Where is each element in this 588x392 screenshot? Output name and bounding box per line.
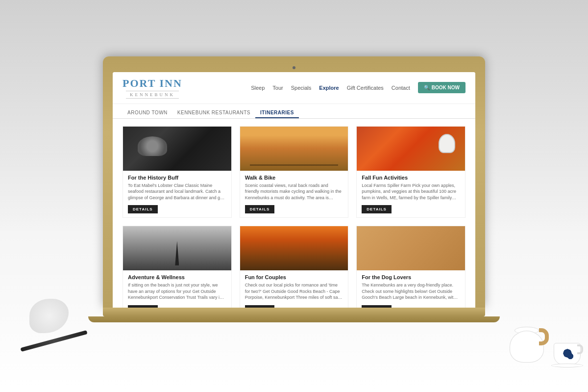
card-bike: Walk & Bike Scenic coastal views, rural … (240, 126, 349, 218)
details-btn-dog[interactable]: DETAILS (362, 305, 392, 307)
details-btn-adventure[interactable]: DETAILS (128, 305, 158, 307)
card-text-adventure: If sitting on the beach is just not your… (128, 282, 226, 301)
site-nav: Sleep Tour Specials Explore Gift Certifi… (251, 82, 466, 93)
tab-restaurants[interactable]: KENNEBUNK RESTAURANTS (172, 108, 255, 118)
card-body-fall: Fall Fun Activities Local Farms Spiller … (357, 171, 465, 218)
laptop-camera (293, 66, 295, 69)
card-adventure: Adventure & Wellness If sitting on the b… (122, 226, 232, 307)
tab-around-town[interactable]: AROUND TOWN (122, 108, 172, 118)
nav-specials[interactable]: Specials (291, 85, 312, 91)
teapot-handle (539, 328, 549, 345)
card-title-fall: Fall Fun Activities (362, 175, 460, 181)
teacup-pattern (560, 346, 575, 361)
tabs-bar: AROUND TOWN KENNEBUNK RESTAURANTS ITINER… (113, 104, 475, 119)
nav-gift[interactable]: Gift Certificates (347, 85, 384, 91)
nav-tour[interactable]: Tour (272, 85, 283, 91)
book-btn-label: BOOK NOW (432, 85, 460, 90)
details-btn-fall[interactable]: DETAILS (362, 205, 392, 213)
tab-itineraries[interactable]: ITINERARIES (255, 108, 299, 118)
card-image-adventure (123, 226, 231, 270)
card-title-couples: Fun for Couples (245, 274, 343, 280)
website: PORT INN KENNEBUNK Sleep Tour Specials E… (113, 72, 475, 308)
laptop-base (103, 308, 485, 316)
nav-contact[interactable]: Contact (392, 85, 410, 91)
card-title-bike: Walk & Bike (245, 175, 343, 181)
card-text-bike: Scenic coastal views, rural back roads a… (245, 183, 343, 201)
card-title-adventure: Adventure & Wellness (128, 274, 226, 280)
laptop-screen: PORT INN KENNEBUNK Sleep Tour Specials E… (113, 72, 475, 308)
logo-text: PORT INN (122, 77, 182, 90)
book-now-button[interactable]: 🔍 BOOK NOW (418, 82, 466, 93)
teacup-body (554, 343, 581, 365)
laptop: PORT INN KENNEBUNK Sleep Tour Specials E… (103, 56, 485, 316)
card-image-dog (357, 226, 465, 270)
site-header: PORT INN KENNEBUNK Sleep Tour Specials E… (113, 72, 475, 104)
laptop-frame: PORT INN KENNEBUNK Sleep Tour Specials E… (103, 56, 485, 308)
card-text-fall: Local Farms Spiller Farm Pick your own a… (362, 183, 460, 201)
nav-sleep[interactable]: Sleep (251, 85, 265, 91)
card-image-bike (240, 127, 348, 171)
card-image-fall (357, 127, 465, 171)
cards-grid: For the History Buff To Eat Mabel's Lobs… (122, 126, 466, 308)
crumpled-paper (29, 299, 69, 333)
card-title-dog: For the Dog Lovers (362, 274, 460, 280)
nav-explore[interactable]: Explore (319, 85, 339, 91)
teacup-saucer (551, 364, 583, 367)
card-history: For the History Buff To Eat Mabel's Lobs… (122, 126, 232, 218)
card-body-bike: Walk & Bike Scenic coastal views, rural … (240, 171, 348, 218)
card-dog: For the Dog Lovers The Kennebunks are a … (356, 226, 466, 307)
logo-sub: KENNEBUNK (126, 91, 179, 99)
card-image-history (123, 127, 231, 171)
card-body-history: For the History Buff To Eat Mabel's Lobs… (123, 171, 231, 218)
teapot (505, 323, 549, 363)
card-text-dog: The Kennebunks are a very dog-friendly p… (362, 282, 460, 301)
search-icon: 🔍 (424, 85, 430, 90)
teacup-handle (577, 344, 583, 354)
card-text-history: To Eat Mabel's Lobster Claw Classic Main… (128, 183, 226, 201)
card-fall: Fall Fun Activities Local Farms Spiller … (356, 126, 466, 218)
card-body-dog: For the Dog Lovers The Kennebunks are a … (357, 270, 465, 307)
card-text-couples: Check out our local picks for romance an… (245, 282, 343, 301)
card-body-couples: Fun for Couples Check out our local pick… (240, 270, 348, 307)
logo: PORT INN KENNEBUNK (122, 77, 182, 99)
logo-port: PORT (122, 77, 159, 89)
card-title-history: For the History Buff (128, 175, 226, 181)
card-body-adventure: Adventure & Wellness If sitting on the b… (123, 270, 231, 307)
card-couples: Fun for Couples Check out our local pick… (240, 226, 349, 307)
details-btn-bike[interactable]: DETAILS (245, 205, 275, 213)
card-image-couples (240, 226, 348, 270)
desk: PORT INN KENNEBUNK Sleep Tour Specials E… (0, 0, 588, 392)
pen (20, 330, 87, 352)
details-btn-couples[interactable]: DETAILS (245, 305, 275, 307)
details-btn-history[interactable]: DETAILS (128, 205, 158, 213)
teacup (551, 340, 583, 367)
content-area: For the History Buff To Eat Mabel's Lobs… (113, 119, 475, 308)
logo-inn: INN (159, 77, 182, 89)
